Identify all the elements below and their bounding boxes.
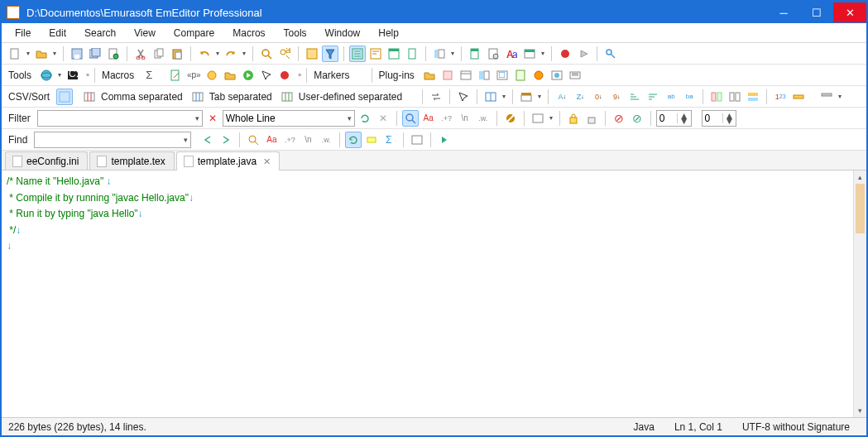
tab-sep-label[interactable]: Tab separated [208, 91, 277, 103]
comma-sep-label[interactable]: Comma separated [99, 91, 188, 103]
record-macro-icon[interactable] [557, 46, 573, 62]
menu-help[interactable]: Help [370, 25, 407, 41]
menu-view[interactable]: View [126, 25, 164, 41]
find-combo[interactable]: ▾ [34, 132, 191, 148]
wrap-none-icon[interactable] [349, 46, 366, 62]
stop-macro-icon[interactable] [276, 67, 293, 84]
undo-icon[interactable] [196, 46, 213, 62]
param-icon[interactable]: «p» [185, 67, 202, 84]
wrap-around-icon[interactable] [345, 132, 362, 148]
plugin-7-icon[interactable] [530, 67, 547, 84]
dropdown-caret-icon[interactable]: ▾ [501, 93, 507, 100]
menu-window[interactable]: Window [317, 25, 369, 41]
negative-icon[interactable] [502, 110, 519, 127]
copy-icon[interactable] [151, 46, 167, 62]
dropdown-caret-icon[interactable]: ▾ [56, 71, 63, 79]
refresh-filter-icon[interactable] [357, 110, 373, 127]
overflow-icon[interactable]: » [295, 72, 301, 78]
dropdown-caret-icon[interactable]: ▾ [51, 50, 58, 57]
incremental-find-icon[interactable] [245, 132, 261, 148]
find-regex-icon[interactable]: .+? [281, 132, 298, 148]
filter-combo[interactable]: ▾ [37, 110, 203, 127]
scroll-up-icon[interactable]: ▴ [854, 170, 866, 184]
filter-close-icon[interactable]: ✕ [204, 110, 221, 127]
lock-icon[interactable] [565, 110, 582, 127]
filter-mode-combo[interactable]: Whole Line▾ [223, 110, 355, 127]
cell-select-icon[interactable] [455, 89, 472, 105]
tab-template-java[interactable]: template.java ✕ [176, 151, 280, 170]
save-all-icon[interactable] [87, 46, 103, 62]
find-prev-icon[interactable] [199, 132, 216, 148]
join-icon[interactable] [745, 89, 761, 105]
menu-file[interactable]: File [7, 25, 39, 41]
regex-icon[interactable]: .+? [439, 110, 455, 127]
bookmark-filter-icon[interactable] [530, 110, 546, 127]
large-file-icon[interactable] [467, 46, 483, 62]
dropdown-caret-icon[interactable]: ▾ [214, 50, 221, 57]
editor-area[interactable]: /* Name it "Hello.java" ↓ * Compile it b… [2, 170, 866, 417]
compare-icon[interactable] [727, 89, 743, 105]
lines-below-spinner[interactable]: ▲▼ [702, 110, 737, 127]
tab-template-tex[interactable]: template.tex [89, 151, 174, 170]
wrap-page-icon[interactable] [404, 46, 420, 62]
dropdown-caret-icon[interactable]: ▾ [536, 93, 543, 100]
comma-sep-icon[interactable] [81, 89, 98, 105]
ruler-icon[interactable] [790, 89, 807, 105]
filter-toggle-icon[interactable] [322, 46, 338, 62]
replace-icon[interactable]: ab [276, 46, 293, 62]
line-num-icon[interactable]: 123 [772, 89, 789, 105]
sort-len-desc-icon[interactable] [645, 89, 661, 105]
font-icon[interactable]: Aa [503, 46, 520, 62]
plugin-4-icon[interactable] [476, 67, 492, 84]
menu-edit[interactable]: Edit [41, 25, 74, 41]
block-icon[interactable]: ⊘ [629, 110, 645, 127]
plugin-1-icon[interactable] [421, 67, 438, 84]
escape-icon[interactable]: \n [457, 110, 473, 127]
cmd-icon[interactable]: C:\ [65, 67, 81, 84]
toggle-toolbar-icon[interactable] [818, 89, 835, 105]
play-macro-icon[interactable] [575, 46, 592, 62]
find-icon[interactable] [258, 46, 275, 62]
reload-icon[interactable] [105, 46, 122, 62]
maximize-button[interactable]: ☐ [800, 2, 833, 22]
browser-icon[interactable] [38, 67, 55, 84]
vertical-scrollbar[interactable]: ▴ ▾ [853, 170, 866, 417]
customize-icon[interactable] [521, 46, 538, 62]
sort-len-asc-icon[interactable] [626, 89, 643, 105]
outline-icon[interactable] [431, 46, 448, 62]
macro-folder-icon[interactable] [222, 67, 238, 84]
whole-word-icon[interactable]: .w. [475, 110, 492, 127]
user-sep-label[interactable]: User-defined separated [297, 91, 407, 103]
abort-icon[interactable]: ⊘ [611, 110, 627, 127]
sort-az-icon[interactable]: A↓ [554, 89, 570, 105]
paste-icon[interactable] [169, 46, 185, 62]
code-content[interactable]: /* Name it "Hello.java" ↓ * Compile it b… [2, 170, 866, 258]
redo-icon[interactable] [223, 46, 239, 62]
plugin-9-icon[interactable] [567, 67, 583, 84]
menu-tools[interactable]: Tools [276, 25, 315, 41]
unlock-icon[interactable] [583, 110, 600, 127]
dedup-icon[interactable] [708, 89, 725, 105]
count-icon[interactable]: Σ [381, 132, 398, 148]
dropdown-caret-icon[interactable]: ▾ [548, 114, 554, 122]
find-case-icon[interactable]: Aa [263, 132, 280, 148]
sort-num-asc-icon[interactable]: 0↓ [590, 89, 607, 105]
lines-above-spinner[interactable]: ▲▼ [656, 110, 692, 127]
plugin-2-icon[interactable] [439, 67, 456, 84]
edit-macro-icon[interactable] [167, 67, 184, 84]
tab-eeconfig[interactable]: eeConfig.ini [5, 151, 88, 170]
plugin-5-icon[interactable]: □ [494, 67, 511, 84]
scroll-down-icon[interactable]: ▾ [854, 404, 866, 417]
plugin-6-icon[interactable] [512, 67, 529, 84]
menu-macros[interactable]: Macros [224, 25, 273, 41]
dropdown-caret-icon[interactable]: ▾ [25, 50, 31, 57]
sort-za-icon[interactable]: Z↓ [572, 89, 588, 105]
wrap-window-icon[interactable] [386, 46, 402, 62]
tab-sep-icon[interactable] [189, 89, 206, 105]
tab-close-icon[interactable]: ✕ [263, 156, 271, 167]
find-escape-icon[interactable]: \n [300, 132, 316, 148]
heading-icon[interactable] [518, 89, 535, 105]
convert-icon[interactable] [428, 89, 444, 105]
plugin-3-icon[interactable] [458, 67, 474, 84]
case-aa-icon[interactable]: Aa [420, 110, 437, 127]
